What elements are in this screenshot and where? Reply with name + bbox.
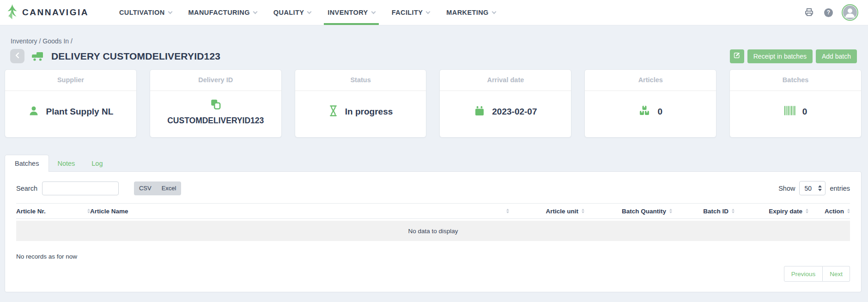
next-page-button[interactable]: Next	[823, 266, 850, 282]
add-batch-button[interactable]: Add batch	[816, 49, 857, 63]
edit-delivery-button[interactable]	[730, 49, 744, 63]
help-button[interactable]: ?	[824, 8, 833, 17]
sort-icon	[506, 209, 509, 213]
chevron-down-icon	[492, 9, 496, 14]
leaf-logo-icon	[6, 4, 18, 21]
packages-icon	[638, 105, 650, 119]
summary-card-status: Status In progress	[295, 69, 427, 138]
card-value: Plant Supply NL	[46, 107, 114, 117]
breadcrumb[interactable]: Inventory / Goods In /	[11, 37, 73, 45]
nav-item-manufacturing[interactable]: MANUFACTURING	[188, 0, 257, 25]
chevron-left-icon	[15, 52, 20, 60]
page-size-input[interactable]	[800, 184, 815, 193]
column-header-article-unit[interactable]: Article unit	[513, 208, 584, 215]
card-value: 0	[657, 107, 662, 117]
calendar-icon	[474, 105, 485, 119]
user-avatar[interactable]	[843, 6, 857, 19]
main-menu: CULTIVATION MANUFACTURING QUALITY INVENT…	[119, 0, 496, 25]
column-header-expiry-date[interactable]: Expiry date	[734, 208, 808, 215]
nav-item-marketing[interactable]: MARKETING	[446, 0, 495, 25]
help-icon: ?	[824, 8, 833, 17]
summary-card-arrival-date: Arrival date 2023-02-07	[439, 69, 571, 138]
edit-pencil-icon	[733, 52, 741, 60]
nav-item-quality[interactable]: QUALITY	[273, 0, 311, 25]
column-header-article-name[interactable]: Article Name	[90, 208, 513, 215]
hourglass-icon	[328, 105, 338, 119]
show-label: Show	[778, 185, 795, 192]
tab-notes[interactable]: Notes	[49, 155, 83, 172]
chevron-down-icon	[426, 9, 431, 14]
printer-icon	[804, 7, 814, 18]
summary-cards: Supplier Plant Supply NL Delivery ID CUS…	[0, 69, 868, 138]
summary-card-articles: Articles 0	[584, 69, 716, 138]
chevron-down-icon	[307, 9, 312, 14]
person-icon	[28, 105, 39, 119]
no-records-note: No records as for now	[16, 253, 850, 260]
card-value: 2023-02-07	[492, 107, 537, 117]
delivery-truck-icon	[31, 51, 44, 62]
back-button[interactable]	[10, 49, 24, 63]
summary-card-supplier: Supplier Plant Supply NL	[5, 69, 137, 138]
column-header-batch-quantity[interactable]: Batch Quantity	[584, 208, 672, 215]
previous-page-button[interactable]: Previous	[784, 266, 823, 282]
tab-batches[interactable]: Batches	[5, 155, 49, 172]
sort-icon	[847, 209, 850, 213]
card-label: Arrival date	[440, 70, 571, 91]
batches-panel: Search CSV Excel Show entries Article Nr…	[5, 171, 862, 292]
receipt-in-batches-button[interactable]: Receipt in batches	[747, 49, 813, 63]
nav-item-inventory[interactable]: INVENTORY	[328, 0, 375, 25]
tab-log[interactable]: Log	[83, 155, 111, 172]
pagination: Previous Next	[16, 266, 850, 282]
page-size-control: Show entries	[778, 181, 850, 195]
search-label: Search	[16, 185, 37, 192]
empty-table-message: No data to display	[16, 221, 850, 241]
card-value: 0	[802, 107, 807, 117]
title-actions: Receipt in batches Add batch	[730, 49, 857, 63]
page-header: DELIVERY CUSTOMDELIVERYID123 Receipt in …	[10, 49, 857, 63]
column-header-batch-id[interactable]: Batch ID	[672, 208, 734, 215]
export-excel-button[interactable]: Excel	[157, 181, 182, 195]
print-button[interactable]	[804, 7, 814, 18]
summary-card-batches: Batches 0	[729, 69, 862, 138]
card-label: Delivery ID	[150, 70, 281, 91]
card-value: In progress	[345, 107, 393, 117]
nav-right-tools: ?	[804, 6, 857, 19]
copy-icon	[210, 98, 222, 113]
chevron-down-icon	[253, 9, 257, 14]
search-input[interactable]	[42, 181, 119, 195]
export-button-group: CSV Excel	[134, 181, 182, 195]
card-value: CUSTOMDELIVERYID123	[167, 116, 264, 126]
brand-name: CANNAVIGIA	[22, 7, 89, 18]
brand-logo[interactable]: CANNAVIGIA	[6, 4, 89, 21]
entries-label: entries	[830, 185, 850, 192]
detail-tabs: Batches Notes Log	[5, 155, 862, 172]
nav-item-cultivation[interactable]: CULTIVATION	[119, 0, 172, 25]
page-title: DELIVERY CUSTOMDELIVERYID123	[51, 51, 220, 62]
nav-item-facility[interactable]: FACILITY	[392, 0, 430, 25]
card-label: Status	[295, 70, 426, 91]
top-navigation: CANNAVIGIA CULTIVATION MANUFACTURING QUA…	[0, 0, 868, 25]
chevron-down-icon	[168, 9, 172, 14]
table-toolbar: Search CSV Excel Show entries	[16, 181, 850, 195]
chevron-down-icon	[371, 9, 376, 14]
export-csv-button[interactable]: CSV	[134, 181, 157, 195]
table-header-row: Article Nr. Article Name Article unit Ba…	[16, 203, 850, 219]
stepper-arrows-icon[interactable]	[818, 185, 822, 191]
barcode-icon	[784, 105, 795, 118]
column-header-article-nr[interactable]: Article Nr.	[16, 208, 90, 215]
column-header-action[interactable]: Action	[808, 208, 850, 215]
card-label: Articles	[585, 70, 716, 91]
summary-card-delivery-id: Delivery ID CUSTOMDELIVERYID123	[150, 69, 282, 138]
card-label: Batches	[730, 70, 861, 91]
card-label: Supplier	[5, 70, 136, 91]
